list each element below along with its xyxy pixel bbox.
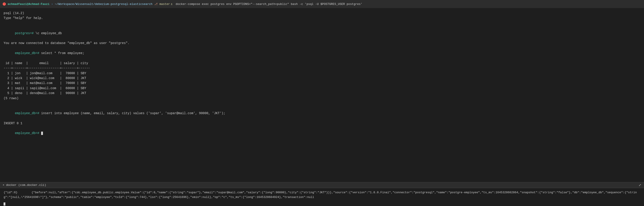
bottom-panel-tab: × docker (com.docker.cli) ⤢: [0, 182, 644, 188]
title-branch-plus: ±: [171, 2, 173, 6]
prompt-employee: employee_db=#: [15, 51, 41, 55]
tab-label[interactable]: docker (com.docker.cli): [6, 184, 46, 187]
terminal-main[interactable]: psql (14.2) Type "help" for help. postgr…: [0, 8, 644, 182]
table-row-1: 1 | jon | jon@mail.com | 70000 | SBY: [4, 71, 640, 76]
title-command: docker-compose exec postgres env PGOPTIO…: [176, 2, 362, 6]
blank-line-1: [4, 21, 640, 26]
bottom-panel-content: {"id":6} {"before":null,"after":{"cdc.em…: [0, 188, 644, 202]
connect-command-line: postgres=# \c employee_db: [4, 26, 640, 41]
title-bar: × achmadfauzi@Achmad-Fauzi › ~/Workspace…: [0, 0, 644, 8]
connected-line: You are now connected to database "emplo…: [4, 41, 640, 46]
bottom-panel: × docker (com.docker.cli) ⤢ {"id":6} {"b…: [0, 182, 644, 206]
close-button[interactable]: ×: [3, 2, 6, 5]
title-segment-branch: master ±: [160, 2, 173, 6]
table-divider-line: ----+-------+-----------------+--------+…: [4, 66, 640, 71]
table-header-line: id | name | email | salary | city: [4, 61, 640, 66]
select-command-line: employee_db=# select * from employee;: [4, 46, 640, 61]
blank-line-2: [4, 101, 640, 106]
select-command: select * from employee;: [41, 51, 84, 55]
insert-command: insert into employee (name, email, salar…: [41, 112, 225, 115]
final-prompt-line: employee_db=#: [4, 126, 640, 141]
bottom-input-line: [0, 202, 644, 206]
title-segment-path: ~/Workspace/Wissensalt/debezium-postgres…: [55, 2, 152, 6]
terminal-container: × achmadfauzi@Achmad-Fauzi › ~/Workspace…: [0, 0, 644, 206]
table-row-2: 2 | wick | wick@mail.com | 80000 | JKT: [4, 76, 640, 81]
table-row-3: 3 | mat | mat@mail.com | 70000 | SBY: [4, 81, 640, 86]
terminal-cursor: [41, 132, 43, 135]
row-count-line: (5 rows): [4, 96, 640, 101]
prompt-postgres: postgres=#: [15, 31, 35, 35]
title-branch: master: [160, 2, 170, 6]
title-path: ~/Workspace/Wissensalt/debezium-postgres…: [55, 2, 152, 6]
tab-close-button[interactable]: ×: [3, 184, 4, 187]
prompt-final: employee_db=#: [15, 131, 41, 135]
title-arrow-1: ›: [51, 2, 53, 6]
psql-version-line: psql (14.2): [4, 11, 640, 16]
table-row-4: 4 | sapii | sapii@mail.com | 60000 | SBY: [4, 86, 640, 91]
prompt-insert: employee_db=#: [15, 112, 41, 115]
tab-maximize-button[interactable]: ⤢: [639, 183, 641, 187]
title-branch-icon: ⎇: [154, 2, 158, 6]
bottom-cursor: [4, 203, 5, 206]
help-line: Type "help" for help.: [4, 16, 640, 20]
insert-result-line: INSERT 0 1: [4, 121, 640, 126]
title-segment-user: achmadfauzi@Achmad-Fauzi: [8, 2, 50, 6]
insert-command-line: employee_db=# insert into employee (name…: [4, 106, 640, 121]
connect-command: \c employee_db: [36, 31, 62, 35]
table-row-5: 5 | deno | deno@mail.com | 90000 | JKT: [4, 91, 640, 96]
title-user: achmadfauzi@Achmad-Fauzi: [8, 2, 50, 6]
